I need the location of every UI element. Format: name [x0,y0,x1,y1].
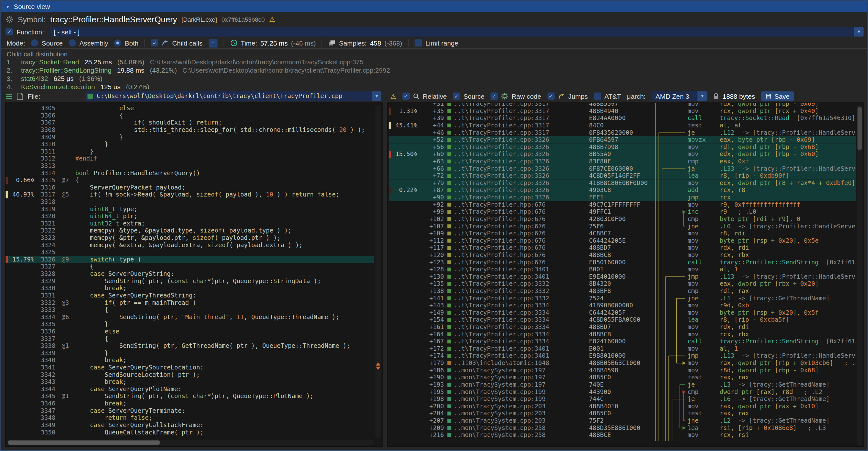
scrollbar-thumb[interactable] [858,107,862,150]
child-call-entry[interactable]: 4.KeSynchronizeExecution125 μs(0.27%) [7,83,867,89]
source-location-link[interactable]: ..t\TracyProfiler.cpp:3317 [447,129,586,136]
source-location-link[interactable]: ..t\TracyProfiler.cpp:3401 [447,273,586,280]
asm-instruction-row[interactable]: +141..t\TracyProfiler.cpp:33327524jne.L1… [389,295,856,302]
source-line[interactable]: 15.79%3326@9 switch( type ) [5,256,374,263]
child-calls-checkbox[interactable]: ✓ Child calls [151,39,203,47]
jumps-checkbox[interactable]: ✓ Jumps [547,92,588,100]
title-bar[interactable]: ▼ Source view [1,1,867,12]
asm-instruction-row[interactable]: 45.41%+44..t\TracyProfiler.cpp:331784C0t… [389,122,856,129]
asm-instruction-row[interactable]: +72..t\TracyProfiler.cpp:33264C8D05F146F… [389,172,856,180]
source-line[interactable]: 3331 case ServerQueryThreadString: [5,292,374,299]
source-line[interactable]: 3346 break; [5,400,374,408]
asm-instruction-row[interactable]: +120..t\TracyProfiler.hpp:676488BCBmovrc… [389,251,856,259]
source-line[interactable]: 3348 return false; [5,414,374,422]
asm-instruction-row[interactable]: +66..t\TracyProfiler.cpp:33260F87CE06000… [389,165,856,172]
asm-instruction-row[interactable]: +216..mon\TracySystem.cpp:258488BCEmovrc… [389,431,856,439]
asm-instruction-row[interactable]: +209..mon\TracySystem.cpp:258488D35E8861… [389,424,856,431]
source-line[interactable]: 3305 else [5,105,374,112]
source-line[interactable]: 3323 memcpy( &ptr, &payload.ptr, sizeof(… [5,234,374,242]
asm-instruction-row[interactable]: +79..t\TracyProfiler.cpp:3326418B8C80E0B… [389,179,856,187]
asm-instruction-row[interactable]: +99..t\TracyProfiler.hpp:67649FFC1incr9 … [389,208,856,216]
source-line[interactable]: 3328 case ServerQueryString: [5,270,374,278]
function-checkbox[interactable]: ✓ [5,28,13,36]
source-location-link[interactable]: ..t\TracyProfiler.cpp:3334 [447,302,586,309]
asm-instruction-row[interactable]: +138..t\TracyProfiler.cpp:3332483BF8cmpr… [389,288,856,295]
source-location-link[interactable]: ..t\TracyProfiler.cpp:3326 [447,179,586,187]
asm-instruction-row[interactable]: +39..t\TracyProfiler.cpp:3317E824AA0000c… [389,115,856,122]
asm-instruction-row[interactable]: +174..t\TracyProfiler.cpp:3401E9B8010000… [389,352,856,360]
source-location-link[interactable]: ..mon\TracySystem.cpp:197 [447,367,586,374]
file-dropdown[interactable]: C:\Users\wolf\Desktop\darkrl\contrib\tra… [85,91,382,101]
limit-range-checkbox[interactable]: Limit range [415,39,458,47]
source-line[interactable]: 3325 [5,249,374,256]
source-line[interactable]: 3322 memcpy( &type, &payload.type, sizeo… [5,227,374,234]
source-location-link[interactable]: ..t\TracyProfiler.cpp:3401 [447,352,586,360]
source-location-link[interactable]: ..mon\TracySystem.cpp:203 [447,410,586,417]
asm-instruction-row[interactable]: +107..t\TracyProfiler.hpp:67675F6jne.L0 … [389,222,856,230]
asm-instruction-row[interactable]: +198..mon\TracySystem.cpp:199744Cje.L6 -… [389,396,856,403]
source-location-link[interactable]: ..t\TracyProfiler.cpp:3326 [447,151,586,158]
source-location-link[interactable]: ..mon\TracySystem.cpp:197 [447,381,586,389]
source-line[interactable]: 3312#endif [5,155,374,162]
asm-instruction-row[interactable]: +112..t\TracyProfiler.hpp:676C64424205Em… [389,237,856,244]
source-line[interactable]: 3308 std::this_thread::sleep_for( std::c… [5,126,374,134]
source-location-link[interactable]: ..t\TracyProfiler.hpp:676 [447,230,586,237]
asm-instruction-row[interactable]: +195..mon\TracySystem.cpp:199443900cmpdw… [389,388,856,396]
source-location-link[interactable]: ..mon\TracySystem.cpp:199 [447,396,586,403]
source-line[interactable]: 3314bool Profiler::HandleServerQuery() [5,170,374,177]
asm-instruction-row[interactable]: +123..t\TracyProfiler.hpp:676E850160000c… [389,259,856,266]
source-line[interactable]: 3318 [5,199,374,206]
go-to-caller-button[interactable]: ↑ [209,38,217,48]
source-line[interactable]: 3335 } [5,321,374,328]
source-line[interactable]: 46.93%3317@5 if( !m_sock->Read( &payload… [5,191,374,199]
source-location-link[interactable]: ..t\TracyProfiler.cpp:3332 [447,280,586,288]
source-location-link[interactable]: ..t\TracyProfiler.hpp:676 [447,259,586,266]
asm-instruction-row[interactable]: +56..t\TracyProfiler.cpp:3326488B7D98mov… [389,143,856,151]
source-line[interactable]: 3319 uint8_t type; [5,205,374,213]
source-line[interactable]: 3340 break; [5,357,374,364]
source-line[interactable]: 3329 SendString( ptr, (const char*)ptr, … [5,277,374,285]
asm-instruction-row[interactable]: +109..t\TracyProfiler.hpp:6764C8BC7movr8… [389,230,856,237]
source-location-link[interactable]: ..mon\TracySystem.cpp:258 [447,431,586,439]
asm-instruction-row[interactable]: +190..mon\TracySystem.cpp:1974885C0testr… [389,374,856,381]
source-location-link[interactable]: ..t\TracyProfiler.cpp:3334 [447,316,586,324]
source-checkbox[interactable]: ✓ Source [453,92,485,100]
child-call-entry[interactable]: 2.tracy::Profiler::SendLongString19.88 m… [7,66,867,75]
function-dropdown[interactable]: [ - self - ] ▼ [50,27,864,37]
source-line[interactable]: 0.66%3315@7{ [5,177,374,184]
asm-instruction-row[interactable]: +154..t\TracyProfiler.cpp:33344C8D055FBA… [389,316,856,324]
source-line[interactable]: 3313 [5,162,374,170]
source-location-link[interactable]: ..mon\TracySystem.cpp:197 [447,374,586,381]
save-button[interactable]: Save [761,91,794,101]
source-location-link[interactable]: ..t\TracyProfiler.cpp:3326 [447,165,586,172]
file-list-icon[interactable] [6,93,12,99]
source-location-link[interactable]: ..mon\TracySystem.cpp:199 [447,388,586,396]
source-location-link[interactable]: ..t\TracyProfiler.cpp:3326 [447,194,586,201]
scrollbar-thumb[interactable] [8,441,160,445]
asm-instruction-row[interactable]: +92..t\TracyProfiler.hpp:67649C7C1FFFFFF… [389,201,856,208]
source-location-link[interactable]: ..t\TracyProfiler.cpp:3326 [447,136,586,144]
asm-instruction-row[interactable]: +31..t\TracyProfiler.cpp:3317488B5597mov… [389,102,856,108]
asm-instruction-row[interactable]: +143..t\TracyProfiler.cpp:333441B90B0000… [389,302,856,309]
raw-code-checkbox[interactable]: ✓ Raw code [491,92,541,100]
source-location-link[interactable]: ..t\TracyProfiler.cpp:3317 [447,107,586,115]
asm-instruction-row[interactable]: +135..t\TracyProfiler.cpp:33328B4320move… [389,280,856,288]
asm-vertical-scrollbar[interactable] [857,105,862,445]
source-line[interactable]: 3320 uint64_t ptr; [5,213,374,220]
source-location-link[interactable]: ..t\TracyProfiler.hpp:676 [447,222,586,230]
source-location-link[interactable]: ..t\TracyProfiler.cpp:3317 [447,102,586,108]
source-line[interactable]: 3338@1 SendString( ptr, GetThreadName( p… [5,342,374,350]
source-location-link[interactable]: ..t\TracyProfiler.hpp:676 [447,237,586,244]
source-line[interactable]: 3343 break; [5,379,374,386]
asm-instruction-row[interactable]: +128..t\TracyProfiler.cpp:3401B001moval,… [389,266,856,273]
source-location-link[interactable]: ..t\TracyProfiler.hpp:676 [447,216,586,223]
source-location-link[interactable]: ..t\TracyProfiler.cpp:3326 [447,143,586,151]
source-location-link[interactable]: ..t\TracyProfiler.cpp:3326 [447,158,586,165]
asm-instruction-row[interactable]: +117..t\TracyProfiler.hpp:676488BD7movrd… [389,244,856,251]
source-location-link[interactable]: ..1103\include\atomic:1048 [447,360,586,367]
asm-instruction-row[interactable]: +46..t\TracyProfiler.cpp:33170F843502000… [389,129,856,136]
source-line[interactable]: 3350 QueueCallstackFrame( ptr ); [5,429,374,436]
source-location-link[interactable]: ..t\TracyProfiler.cpp:3332 [447,295,586,302]
radio-mode-assembly[interactable]: Assembly [69,39,108,47]
child-call-entry[interactable]: 1.tracy::Socket::Read25.25 ms(54.89%)C:\… [7,58,867,66]
